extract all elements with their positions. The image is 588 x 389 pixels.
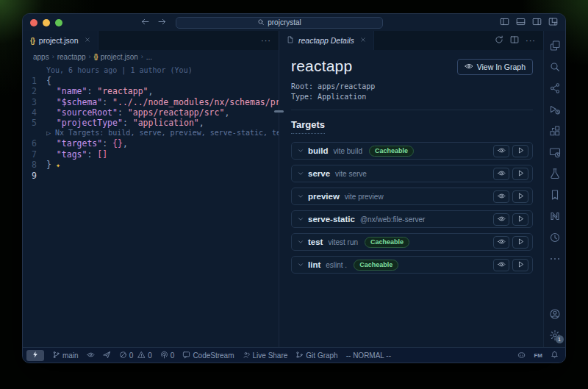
target-row-build[interactable]: buildvite buildCacheable xyxy=(291,142,533,160)
nx-console-icon[interactable] xyxy=(549,210,561,222)
breadcrumb-item[interactable]: reactapp xyxy=(57,53,86,61)
target-name: test xyxy=(308,238,323,246)
status-label: 0 xyxy=(129,351,134,360)
view-target-button[interactable] xyxy=(493,168,509,180)
settings-icon[interactable]: 1 xyxy=(549,329,561,341)
chevron-down-icon[interactable] xyxy=(297,147,304,154)
targets-list: buildvite buildCacheableservevite servep… xyxy=(291,142,533,274)
view-target-button[interactable] xyxy=(493,190,509,203)
code-line: 2 "name": "reactapp", xyxy=(23,86,279,96)
tab-label: reactapp Details xyxy=(298,36,354,45)
maximize-window-button[interactable] xyxy=(55,19,62,26)
nx-codelens-line[interactable]: ▷ Nx Targets: build, serve, preview, ser… xyxy=(23,128,279,138)
extension-indicator[interactable] xyxy=(103,351,111,360)
code-editor[interactable]: You, 6 hours ago | 1 author (You)1{2 "na… xyxy=(23,63,279,347)
run-target-button[interactable] xyxy=(512,259,528,271)
explorer-icon[interactable] xyxy=(549,40,561,51)
problems-indicator[interactable]: 00 xyxy=(119,351,152,360)
live-share[interactable]: Live Share xyxy=(243,351,288,360)
sash-handle[interactable] xyxy=(274,110,284,113)
view-in-graph-button[interactable]: View In Graph xyxy=(457,59,533,75)
line-number: 4 xyxy=(23,107,46,118)
minimize-window-button[interactable] xyxy=(43,19,50,26)
activity-bar: 1 xyxy=(543,31,565,347)
run-target-button[interactable] xyxy=(512,145,528,157)
tab-reactapp-details[interactable]: reactapp Details xyxy=(279,31,374,50)
lightning-icon xyxy=(32,350,39,360)
view-target-button[interactable] xyxy=(493,145,509,157)
git-graph[interactable]: Git Graph xyxy=(295,351,337,360)
view-target-button[interactable] xyxy=(493,213,509,226)
vim-mode[interactable]: -- NORMAL -- xyxy=(346,351,391,360)
toggle-primary-sidebar-icon[interactable] xyxy=(500,16,509,29)
gitgraph-icon xyxy=(295,351,304,360)
close-window-button[interactable] xyxy=(30,19,37,26)
ports-indicator[interactable]: 0 xyxy=(160,351,175,360)
editor-actions-more-icon[interactable]: ··· xyxy=(526,36,536,45)
file-icon xyxy=(287,35,294,46)
remote-indicator[interactable] xyxy=(26,350,44,361)
editor-group-divider[interactable] xyxy=(279,31,279,347)
toggle-panel-icon[interactable] xyxy=(516,16,526,29)
graph-eye-icon xyxy=(465,62,473,72)
navigate-forward-icon[interactable] xyxy=(157,17,167,29)
source-control-icon[interactable] xyxy=(549,82,561,94)
chevron-down-icon[interactable] xyxy=(297,193,304,200)
nx-project-details-panel: reactapp View In Graph Root: apps/reacta… xyxy=(279,50,543,347)
run-target-button[interactable] xyxy=(512,213,528,226)
chevron-down-icon[interactable] xyxy=(297,238,304,246)
copilot-status[interactable] xyxy=(517,351,526,360)
project-title: reactapp xyxy=(291,57,352,75)
target-name: serve xyxy=(308,169,330,178)
eye-icon xyxy=(498,214,506,225)
chevron-down-icon[interactable] xyxy=(297,170,304,177)
run-target-button[interactable] xyxy=(512,168,528,180)
run-target-button[interactable] xyxy=(512,190,528,203)
branch-icon xyxy=(52,351,60,360)
target-row-lint[interactable]: linteslint .Cacheable xyxy=(291,256,533,274)
close-tab-icon[interactable] xyxy=(85,37,90,44)
eye-icon xyxy=(498,260,506,271)
chevron-down-icon[interactable] xyxy=(297,261,304,268)
navigate-back-icon[interactable] xyxy=(140,17,150,29)
refresh-icon[interactable] xyxy=(495,34,503,47)
problems-warnings[interactable]: 0 xyxy=(137,351,152,360)
run-debug-icon[interactable] xyxy=(549,104,561,115)
breadcrumb-item[interactable]: project.json xyxy=(101,53,138,61)
codestream[interactable]: CodeStream xyxy=(182,351,234,360)
code-line: 4 "sourceRoot": "apps/reactapp/src", xyxy=(23,107,279,118)
target-row-preview[interactable]: previewvite preview xyxy=(291,188,533,205)
toggle-secondary-sidebar-icon[interactable] xyxy=(532,16,542,29)
bookmarks-icon[interactable] xyxy=(549,189,561,201)
split-editor-icon[interactable] xyxy=(510,34,519,47)
view-target-button[interactable] xyxy=(493,259,509,271)
remote-explorer-icon[interactable] xyxy=(549,146,561,158)
tab-project-json[interactable]: {} project.json xyxy=(23,31,98,50)
search-icon[interactable] xyxy=(549,61,561,73)
testing-icon[interactable] xyxy=(549,168,561,179)
status-label: 0 xyxy=(148,351,152,360)
customize-layout-icon[interactable] xyxy=(548,16,558,29)
editor-actions-more-icon[interactable]: ··· xyxy=(261,36,271,45)
target-row-test[interactable]: testvitest runCacheable xyxy=(291,233,533,251)
extensions-icon[interactable] xyxy=(549,125,561,137)
notifications-bell[interactable] xyxy=(551,351,559,360)
breadcrumb-item[interactable]: apps xyxy=(33,53,49,61)
problems-errors[interactable]: 0 xyxy=(119,351,134,360)
run-target-button[interactable] xyxy=(512,236,528,249)
close-tab-icon[interactable] xyxy=(360,37,366,44)
view-target-button[interactable] xyxy=(493,236,509,249)
more-icon[interactable] xyxy=(549,253,561,265)
git-branch[interactable]: main xyxy=(52,351,79,360)
fm-indicator[interactable]: FM xyxy=(534,352,542,359)
target-row-serve-static[interactable]: serve-static@nx/web:file-server xyxy=(291,210,533,228)
account-icon[interactable] xyxy=(549,308,561,320)
desktop: { "colors": { "accent_green": "#7fdf9f",… xyxy=(0,0,588,389)
play-icon xyxy=(517,237,525,248)
timeline-icon[interactable] xyxy=(549,232,561,243)
chevron-down-icon[interactable] xyxy=(297,215,304,223)
gitlens-blame-toggle[interactable] xyxy=(87,351,95,360)
target-row-serve[interactable]: servevite serve xyxy=(291,165,533,182)
breadcrumb-item[interactable]: ... xyxy=(146,53,152,61)
command-center-search[interactable]: projcrystal xyxy=(176,17,383,29)
